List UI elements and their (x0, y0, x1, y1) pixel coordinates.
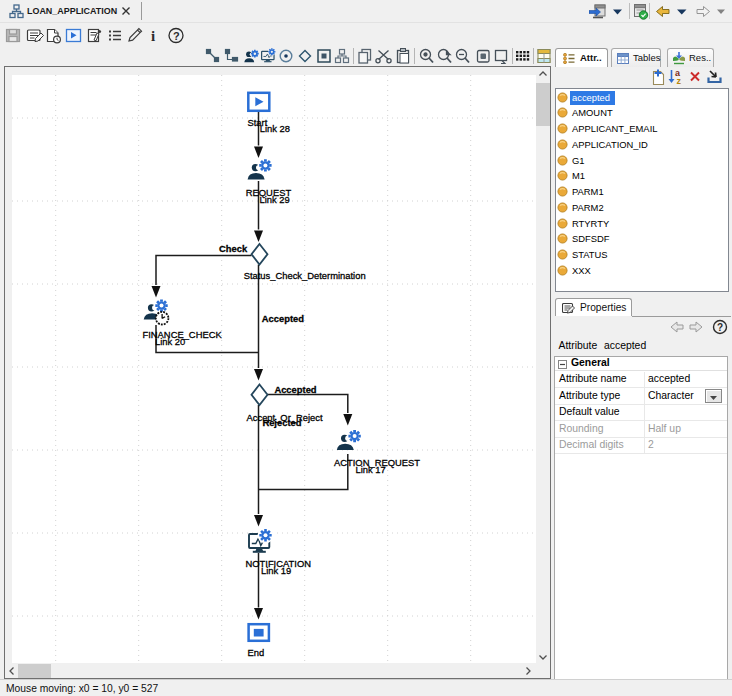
svg-text:z: z (677, 76, 682, 86)
svg-text:i: i (151, 28, 155, 44)
svg-text:Link 20: Link 20 (155, 336, 185, 347)
svg-text:Rejected: Rejected (262, 417, 301, 428)
svg-text:Check: Check (219, 243, 248, 254)
svg-text:End: End (248, 647, 265, 658)
svg-text:Accepted: Accepted (262, 313, 304, 324)
svg-text:Link 17: Link 17 (356, 464, 386, 475)
svg-text:?: ? (173, 30, 180, 42)
svg-text:?: ? (717, 322, 723, 333)
svg-text:Link 29: Link 29 (260, 194, 290, 205)
svg-text:Link 19: Link 19 (261, 565, 291, 576)
svg-text:Status_Check_Determination: Status_Check_Determination (244, 270, 366, 281)
svg-text:Accepted: Accepted (274, 384, 316, 395)
svg-text:Link 28: Link 28 (260, 123, 290, 134)
